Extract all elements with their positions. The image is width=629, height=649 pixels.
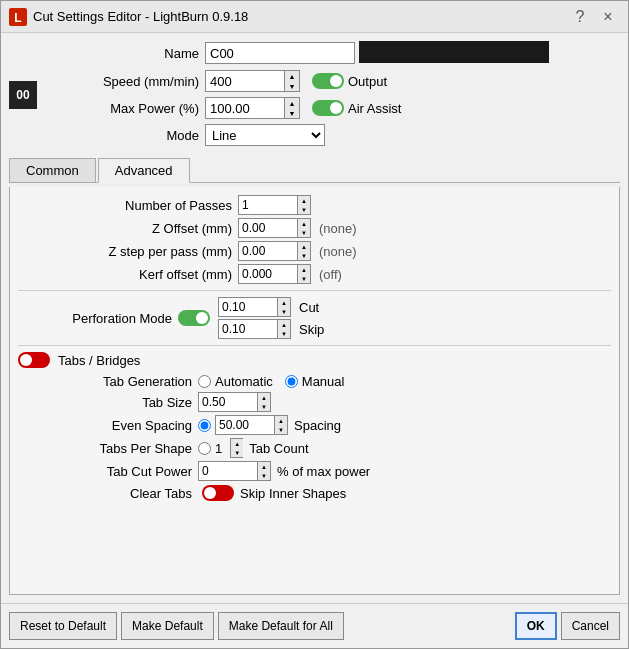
cancel-button[interactable]: Cancel: [561, 612, 620, 640]
cut-up[interactable]: ▲: [278, 298, 290, 307]
kerf-spinbox: ▲ ▼: [238, 264, 311, 284]
tab-cut-power-label: Tab Cut Power: [38, 464, 198, 479]
speed-input[interactable]: [205, 70, 285, 92]
divider-1: [18, 290, 611, 291]
name-label: Name: [45, 46, 205, 61]
z-offset-down[interactable]: ▼: [298, 228, 310, 237]
tab-cut-power-up[interactable]: ▲: [258, 462, 270, 471]
even-spacing-row: Even Spacing ▲ ▼ Spacing: [38, 415, 611, 435]
make-default-button[interactable]: Make Default: [121, 612, 214, 640]
color-bar: [359, 41, 549, 63]
z-step-down[interactable]: ▼: [298, 251, 310, 260]
svg-text:L: L: [14, 11, 21, 25]
tab-count-label: Tab Count: [249, 441, 308, 456]
skip-row: ▲ ▼ Skip: [218, 319, 324, 339]
kerf-input[interactable]: [238, 264, 298, 284]
tabs-bridges-header: Tabs / Bridges: [18, 352, 611, 368]
tab-cut-power-down[interactable]: ▼: [258, 471, 270, 480]
skip-up[interactable]: ▲: [278, 320, 290, 329]
z-step-arrows: ▲ ▼: [298, 241, 311, 261]
z-step-up[interactable]: ▲: [298, 242, 310, 251]
tab-advanced[interactable]: Advanced: [98, 158, 190, 183]
num-passes-input[interactable]: [238, 195, 298, 215]
tabs-per-shape-down[interactable]: ▼: [231, 448, 243, 457]
tab-size-down[interactable]: ▼: [258, 402, 270, 411]
z-offset-up[interactable]: ▲: [298, 219, 310, 228]
air-assist-label: Air Assist: [348, 101, 401, 116]
z-offset-input[interactable]: [238, 218, 298, 238]
close-button[interactable]: ×: [596, 5, 620, 29]
cut-down[interactable]: ▼: [278, 307, 290, 316]
make-default-all-button[interactable]: Make Default for All: [218, 612, 344, 640]
speed-label: Speed (mm/min): [45, 74, 205, 89]
tabs-bridges-section: Tabs / Bridges Tab Generation Automatic …: [18, 352, 611, 501]
max-power-input[interactable]: [205, 97, 285, 119]
tab-gen-auto-radio[interactable]: [198, 375, 211, 388]
mode-label: Mode: [45, 128, 205, 143]
air-assist-toggle[interactable]: [312, 100, 344, 116]
max-power-label: Max Power (%): [45, 101, 205, 116]
tab-size-input[interactable]: [198, 392, 258, 412]
num-passes-down[interactable]: ▼: [298, 205, 310, 214]
title-controls: ? ×: [568, 5, 620, 29]
z-step-input[interactable]: [238, 241, 298, 261]
z-offset-none: (none): [319, 221, 357, 236]
tab-gen-label: Tab Generation: [38, 374, 198, 389]
ok-button[interactable]: OK: [515, 612, 557, 640]
air-assist-toggle-group: Air Assist: [312, 100, 401, 116]
even-spacing-down[interactable]: ▼: [275, 425, 287, 434]
skip-label: Skip: [299, 322, 324, 337]
num-passes-arrows: ▲ ▼: [298, 195, 311, 215]
tab-gen-manual-radio[interactable]: [285, 375, 298, 388]
tab-gen-manual-label: Manual: [302, 374, 345, 389]
cut-skip-values: ▲ ▼ Cut ▲ ▼: [218, 297, 324, 339]
num-passes-row: Number of Passes ▲ ▼: [18, 195, 611, 215]
tabs-toggle[interactable]: [18, 352, 50, 368]
z-step-spinbox: ▲ ▼: [238, 241, 311, 261]
max-power-arrows: ▲ ▼: [285, 97, 300, 119]
tabs-per-shape-radio[interactable]: [198, 442, 211, 455]
skip-inner-toggle[interactable]: [202, 485, 234, 501]
kerf-down[interactable]: ▼: [298, 274, 310, 283]
even-spacing-arrows: ▲ ▼: [275, 415, 288, 435]
mode-select[interactable]: Line Fill Offset Fill: [205, 124, 325, 146]
max-power-pct-label: % of max power: [277, 464, 370, 479]
skip-spinbox: ▲ ▼: [218, 319, 291, 339]
num-passes-up[interactable]: ▲: [298, 196, 310, 205]
cut-input[interactable]: [218, 297, 278, 317]
tab-gen-radio-group: Automatic Manual: [198, 374, 344, 389]
perf-row: Perforation Mode ▲ ▼ Cut: [18, 297, 611, 339]
perf-toggle[interactable]: [178, 310, 210, 326]
z-offset-label: Z Offset (mm): [18, 221, 238, 236]
kerf-arrows: ▲ ▼: [298, 264, 311, 284]
z-offset-row: Z Offset (mm) ▲ ▼ (none): [18, 218, 611, 238]
tab-common[interactable]: Common: [9, 158, 96, 182]
max-power-down[interactable]: ▼: [285, 108, 299, 118]
help-button[interactable]: ?: [568, 5, 592, 29]
output-toggle[interactable]: [312, 73, 344, 89]
skip-input[interactable]: [218, 319, 278, 339]
even-spacing-radio[interactable]: [198, 419, 211, 432]
clear-tabs-label: Clear Tabs: [38, 486, 198, 501]
max-power-spinbox: ▲ ▼: [205, 97, 300, 119]
name-row: Name: [45, 41, 620, 65]
skip-down[interactable]: ▼: [278, 329, 290, 338]
max-power-up[interactable]: ▲: [285, 98, 299, 108]
even-spacing-up[interactable]: ▲: [275, 416, 287, 425]
tab-cut-power-input[interactable]: [198, 461, 258, 481]
tabs-per-shape-up[interactable]: ▲: [231, 439, 243, 448]
perf-label: Perforation Mode: [18, 311, 178, 326]
name-input[interactable]: [205, 42, 355, 64]
cut-spinbox: ▲ ▼: [218, 297, 291, 317]
speed-up[interactable]: ▲: [285, 71, 299, 81]
clear-tabs-row: Clear Tabs Skip Inner Shapes: [38, 485, 611, 501]
kerf-up[interactable]: ▲: [298, 265, 310, 274]
z-offset-spinbox: ▲ ▼: [238, 218, 311, 238]
tab-size-up[interactable]: ▲: [258, 393, 270, 402]
z-step-row: Z step per pass (mm) ▲ ▼ (none): [18, 241, 611, 261]
reset-button[interactable]: Reset to Default: [9, 612, 117, 640]
layer-number[interactable]: 00: [9, 81, 37, 109]
speed-down[interactable]: ▼: [285, 81, 299, 91]
title-bar: L Cut Settings Editor - LightBurn 0.9.18…: [1, 1, 628, 33]
even-spacing-input[interactable]: [215, 415, 275, 435]
